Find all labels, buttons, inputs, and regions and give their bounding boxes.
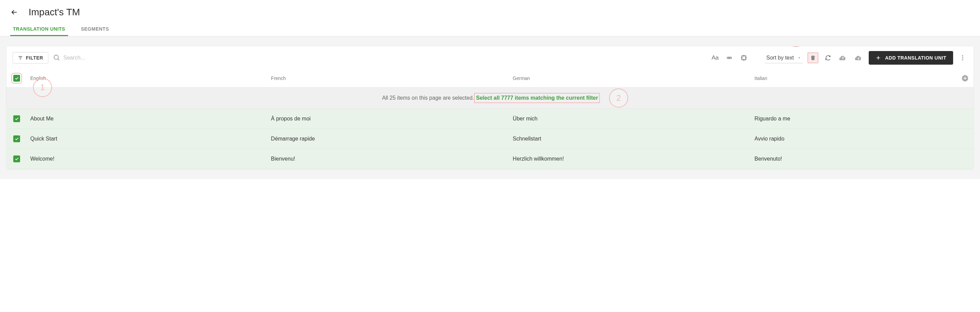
refresh-icon[interactable] [823, 53, 833, 63]
cell-french: Bienvenu! [267, 149, 509, 169]
table-row[interactable]: About Me À propos de moi Über mich Rigua… [6, 109, 974, 129]
sort-label: Sort by text [766, 55, 794, 61]
chevron-down-icon [797, 56, 801, 60]
filter-button[interactable]: FILTER [13, 52, 48, 64]
cloud-download-icon[interactable] [853, 53, 864, 63]
search-input[interactable] [63, 55, 131, 61]
table-row[interactable]: Quick Start Démarrage rapide Schnellstar… [6, 129, 974, 149]
filter-icon [18, 55, 23, 60]
delete-button[interactable] [808, 53, 818, 63]
cell-french: Démarrage rapide [267, 129, 509, 149]
svg-point-3 [962, 57, 963, 58]
frame-icon[interactable] [739, 53, 749, 63]
back-arrow-icon[interactable] [10, 8, 18, 16]
cell-french: À propos de moi [267, 109, 509, 129]
plus-icon [875, 55, 881, 60]
search-icon [53, 54, 60, 62]
svg-point-4 [962, 59, 963, 60]
cell-german: Schnellstart [509, 129, 751, 149]
tab-segments[interactable]: SEGMENTS [78, 23, 112, 36]
select-all-checkbox[interactable] [13, 75, 20, 82]
add-label: ADD TRANSLATION UNIT [885, 55, 946, 60]
cloud-upload-icon[interactable] [837, 53, 848, 63]
more-menu-icon[interactable] [958, 53, 967, 63]
cell-english: About Me [27, 109, 267, 129]
svg-point-0 [54, 55, 59, 59]
sort-dropdown[interactable]: Sort by text [765, 53, 803, 63]
row-checkbox[interactable] [13, 135, 20, 142]
selection-banner: All 25 items on this page are selected. … [6, 88, 974, 109]
trash-icon [810, 54, 816, 61]
row-checkbox[interactable] [13, 115, 20, 122]
cell-english: Quick Start [27, 129, 267, 149]
cell-english: Welcome! [27, 149, 267, 169]
banner-text: All 25 items on this page are selected. [382, 95, 474, 101]
column-header-italian: Italian [751, 70, 956, 86]
cell-german: Herzlich willkommen! [509, 149, 751, 169]
column-header-french: French [267, 70, 509, 86]
filter-label: FILTER [26, 55, 43, 60]
text-case-icon[interactable]: Aa [710, 53, 720, 63]
annotation-3: 3 [786, 46, 805, 47]
table-row[interactable]: Welcome! Bienvenu! Herzlich willkommen! … [6, 149, 974, 169]
column-header-german: German [509, 70, 751, 86]
cell-italian: Avvio rapido [751, 129, 956, 149]
page-title: Impact's TM [29, 7, 80, 18]
cell-italian: Benvenuto! [751, 149, 956, 169]
tab-translation-units[interactable]: TRANSLATION UNITS [10, 23, 68, 36]
barcode-icon[interactable] [725, 53, 734, 63]
column-header-english: English [27, 70, 267, 86]
cell-german: Über mich [509, 109, 751, 129]
svg-point-2 [962, 56, 963, 56]
add-translation-unit-button[interactable]: ADD TRANSLATION UNIT [869, 51, 953, 65]
select-all-filter-link[interactable]: Select all 7777 items matching the curre… [476, 95, 598, 101]
annotation-2: 2 [609, 88, 628, 108]
row-checkbox[interactable] [13, 156, 20, 162]
cell-italian: Riguardo a me [751, 109, 956, 129]
add-column-icon[interactable] [956, 75, 974, 82]
